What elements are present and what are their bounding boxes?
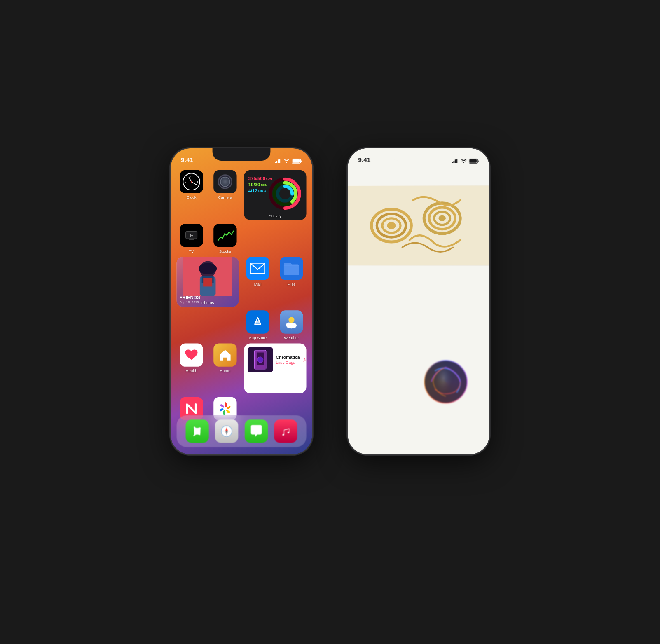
music-album-art (248, 347, 273, 372)
dock-messages[interactable] (245, 419, 268, 443)
notch-1 (213, 148, 271, 161)
home-icon-svg (218, 348, 232, 361)
tv-icon-bg: tv (180, 224, 203, 247)
activity-widget[interactable]: 375/500CAL 19/30MIN 4/12HRS (244, 170, 306, 220)
svg-rect-6 (293, 159, 300, 162)
dock-messages-icon (249, 424, 263, 438)
music-widget[interactable]: Chromatica Lady Gaga ♪ (244, 343, 306, 393)
news-icon-svg (183, 400, 199, 417)
status-time-2: 9:41 (358, 156, 370, 164)
svg-rect-41 (453, 160, 454, 163)
app-row-1: 12 6 3 9 Clock (176, 170, 306, 220)
phone-1-screen: 9:41 (171, 148, 312, 454)
album-art-svg (248, 347, 273, 372)
photos-widget-label: Photos (201, 300, 214, 304)
camera-lens-inner (220, 176, 230, 187)
dock-music[interactable] (274, 419, 297, 443)
mail-label: Mail (254, 281, 262, 286)
dock-safari[interactable] (215, 419, 238, 443)
camera-lens (218, 174, 232, 189)
phone-1: 9:41 (171, 148, 312, 454)
signal-icon (275, 159, 281, 163)
siri-svg (424, 360, 468, 403)
wifi-icon (283, 159, 290, 163)
clock-num-12: 12 (190, 175, 193, 177)
camera-app[interactable]: Camera (210, 170, 240, 220)
svg-rect-1 (276, 160, 277, 163)
svg-rect-3 (279, 159, 281, 163)
app-row-3: FRIENDS Sep 10, 2019 Photos (176, 257, 306, 307)
weather-icon-svg (283, 314, 300, 329)
dock-phone-icon (191, 424, 204, 438)
photos-person-svg (176, 257, 239, 296)
app-row-5: Health Home (176, 343, 306, 393)
weather-label: Weather (284, 335, 299, 340)
home-label: Home (220, 368, 230, 373)
svg-point-24 (288, 317, 294, 323)
svg-rect-20 (203, 278, 212, 286)
app-row-4: App Store (176, 310, 306, 340)
pasta-hero-svg (348, 185, 489, 265)
clock-num-9: 9 (185, 180, 186, 183)
health-app[interactable]: Health (176, 343, 206, 393)
status-icons-1 (275, 158, 302, 163)
notch-2 (390, 148, 448, 161)
svg-rect-43 (456, 159, 458, 163)
wifi-icon-2 (461, 159, 467, 163)
files-icon-bg (280, 257, 303, 280)
activity-rings (269, 177, 301, 210)
svg-rect-2 (278, 159, 279, 163)
tv-logo-svg: tv (185, 230, 198, 240)
stocks-icon-bg (213, 224, 236, 247)
files-icon-svg (283, 261, 300, 275)
stocks-app[interactable]: Stocks (210, 224, 240, 253)
tv-label: TV (189, 248, 194, 253)
svg-text:tv: tv (190, 233, 193, 237)
photos-widget[interactable]: FRIENDS Sep 10, 2019 Photos (176, 257, 239, 307)
phone-2-screen: 9:41 (348, 148, 489, 454)
files-label: Files (287, 281, 295, 286)
svg-rect-46 (470, 159, 477, 162)
svg-rect-40 (452, 162, 453, 163)
row4-spacer (176, 310, 239, 340)
mail-app[interactable]: Mail (243, 257, 273, 307)
status-icons-2 (452, 158, 479, 163)
music-text-area: Chromatica Lady Gaga (276, 355, 300, 364)
music-artist-name: Lady Gaga (276, 360, 300, 364)
dock (176, 415, 306, 447)
tv-logo-inner: tv (185, 230, 198, 240)
dock-music-icon (279, 424, 293, 438)
stocks-label: Stocks (219, 248, 231, 253)
clock-num-6: 6 (191, 186, 192, 188)
home-app[interactable]: Home (210, 343, 240, 393)
siri-bubble[interactable] (424, 360, 468, 403)
battery-icon (292, 158, 302, 163)
tv-app[interactable]: tv TV (176, 224, 206, 253)
battery-icon-2 (469, 158, 479, 163)
svg-rect-42 (455, 159, 456, 163)
status-time-1: 9:41 (181, 156, 193, 164)
app-row-2: tv TV (176, 224, 306, 253)
appstore-app[interactable]: App Store (243, 310, 273, 340)
appstore-icon-svg (250, 314, 265, 329)
svg-point-31 (257, 357, 263, 363)
photos-app-icon-svg (217, 400, 233, 417)
music-note-icon: ♪ (303, 356, 306, 363)
row2-spacer (244, 224, 306, 253)
clock-app[interactable]: 12 6 3 9 Clock (176, 170, 206, 220)
health-label: Health (186, 368, 197, 373)
signal-icon-2 (452, 159, 459, 163)
camera-icon-bg (213, 170, 236, 193)
home-icon-bg (213, 343, 236, 366)
photos-overlay-text: FRIENDS Sep 10, 2019 (180, 295, 200, 304)
music-widget-inner: Chromatica Lady Gaga ♪ (248, 347, 303, 372)
recipe-hero-image (348, 185, 489, 265)
dock-phone[interactable] (185, 419, 208, 443)
files-app[interactable]: Files (276, 257, 306, 307)
phones-wrapper: 9:41 (161, 148, 499, 496)
appstore-icon-bg (246, 310, 269, 333)
weather-icon-bg (280, 310, 303, 333)
weather-app[interactable]: Weather (276, 310, 306, 340)
health-icon-svg (185, 349, 198, 361)
health-icon-bg (180, 343, 203, 366)
